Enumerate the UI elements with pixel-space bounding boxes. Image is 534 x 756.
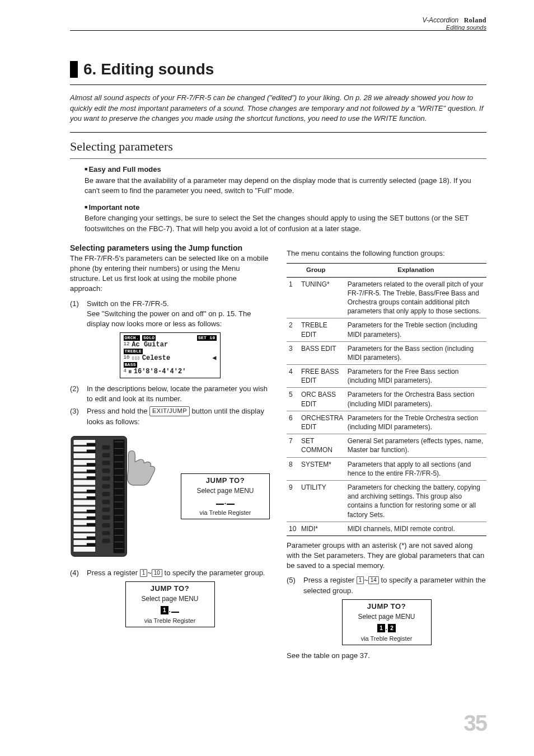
section-rule-bottom [70,158,486,159]
th-explanation: Explanation [345,264,486,278]
brand-logo: Roland [464,16,486,24]
section-title: Selecting parameters [70,138,486,155]
svg-rect-32 [102,461,110,465]
function-groups-table: Group Explanation 1TUNING*Parameters rel… [287,263,486,536]
svg-rect-21 [87,469,96,473]
table-row: 10MIDI*MIDI channels, MIDI remote contro… [287,522,486,536]
jump-h3: Selecting parameters using the Jump func… [70,243,270,253]
jump-lcd-1: JUMP TO? Select page MENU . via Treble R… [181,473,270,519]
menu-intro: The menu contains the following function… [287,248,486,259]
important-note-label: ■Important note [85,203,486,213]
svg-rect-38 [102,508,110,512]
asterisk-note: Parameter groups with an asterisk (*) ar… [287,541,486,571]
section-rule-top [70,132,486,133]
step-3-num: (3) [70,406,82,426]
step-3-body: Press and hold the EXIT/JUMP button unti… [87,406,270,426]
svg-rect-22 [87,476,96,480]
svg-rect-35 [102,484,110,489]
see-table-note: See the table on page 37. [287,651,486,661]
svg-rect-19 [87,449,96,453]
svg-rect-31 [102,453,110,457]
jump-intro: The FR-7/FR-5's parameters can be select… [70,253,270,294]
step-2-body: In the descriptions below, locate the pa… [87,384,270,404]
table-row: 9UTILITYParameters for checking the batt… [287,480,486,522]
svg-rect-27 [87,523,96,526]
svg-rect-26 [87,516,96,520]
step-5-body: Press a register 1~14 to specify a param… [303,575,486,595]
svg-rect-39 [102,515,110,520]
table-row: 8SYSTEM*Parameters that apply to all sec… [287,457,486,480]
important-note-body: Before changing your settings, be sure t… [85,213,486,233]
svg-rect-23 [87,490,96,493]
square-bullet-icon: ■ [85,204,87,210]
table-row: 4FREE BASS EDITParameters for the Free B… [287,365,486,388]
step-1-body: See "Switching the power on and off" on … [87,309,270,329]
svg-rect-41 [102,530,110,535]
svg-rect-20 [87,463,96,466]
step-1-num: (1) [70,299,82,330]
jump-lcd-3: JUMP TO? Select page MENU 1.2 via Treble… [342,599,432,645]
step-1-lead: Switch on the FR-7/FR-5. [87,299,270,309]
jump-lcd-2: JUMP TO? Select page MENU 1. via Treble … [125,581,215,627]
svg-rect-28 [87,536,96,539]
svg-rect-37 [102,500,110,504]
chapter-bar-icon [70,61,78,78]
svg-rect-36 [102,492,110,496]
svg-rect-3 [73,453,96,458]
step-2-num: (2) [70,384,82,404]
main-lcd-screenshot: ORCH. SOLO SET 10 12 Ac Guitar TREBLE 10… [120,332,221,378]
table-row: 3BASS EDITParameters for the Bass sectio… [287,341,486,364]
step-4-body: Press a register 1~10 to specify the par… [87,568,270,578]
svg-rect-42 [102,538,110,543]
easy-full-label: ■Easy and Full modes [85,165,486,175]
exit-jump-keycap: EXIT/JUMP [149,406,190,416]
chapter-intro: Almost all sound aspects of your FR-7/FR… [70,93,486,125]
table-row: 2TREBLE EDITParameters for the Treble se… [287,318,486,341]
svg-rect-29 [87,543,96,546]
table-row: 7SET COMMONGeneral Set parameters (effec… [287,434,486,457]
table-row: 6ORCHESTRA EDITParameters for the Treble… [287,411,486,434]
svg-rect-24 [87,496,96,500]
svg-rect-7 [73,480,96,485]
chapter-rule [70,84,486,85]
svg-rect-40 [102,523,110,527]
accordion-illustration [70,435,173,558]
step-4-num: (4) [70,568,82,578]
square-bullet-icon: ■ [85,166,87,172]
svg-rect-10 [73,500,96,505]
svg-rect-17 [73,546,96,552]
svg-rect-25 [87,510,96,513]
svg-rect-43 [114,439,125,553]
step-5-num: (5) [287,575,299,595]
table-row: 1TUNING*Parameters related to the overal… [287,277,486,318]
svg-rect-33 [102,468,110,473]
svg-rect-18 [87,443,96,446]
easy-full-body: Be aware that the availability of a para… [85,176,486,196]
th-group: Group [287,264,345,278]
page-number: 35 [464,708,487,738]
table-row: 5ORC BASS EDITParameters for the Orchest… [287,388,486,411]
svg-rect-30 [102,445,110,449]
pointing-hand-icon [127,450,154,485]
chapter-title: 6. Editing sounds [83,59,214,80]
svg-rect-14 [73,526,96,532]
svg-rect-34 [102,476,110,481]
header-subtitle: Editing sounds [422,24,486,32]
